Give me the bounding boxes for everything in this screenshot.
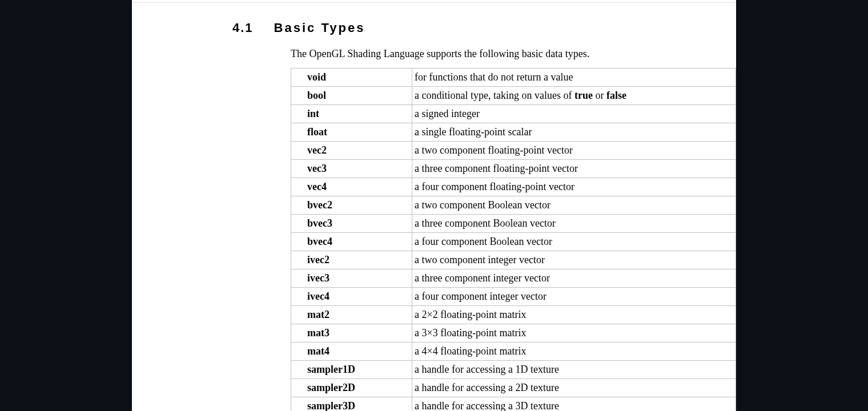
table-row: vec4a four component floating-point vect… xyxy=(291,178,736,196)
type-name: mat3 xyxy=(291,324,412,342)
type-description: a two component Boolean vector xyxy=(412,196,736,215)
type-name: ivec4 xyxy=(291,288,412,306)
type-name: vec3 xyxy=(291,160,412,178)
table-row: bvec4a four component Boolean vector xyxy=(291,233,736,251)
table-row: bvec3a three component Boolean vector xyxy=(291,215,736,233)
document-page: 4.1 Basic Types The OpenGL Shading Langu… xyxy=(132,0,736,411)
table-row: ivec2a two component integer vector xyxy=(291,251,736,269)
type-description: a three component integer vector xyxy=(412,269,736,288)
type-description: a four component floating-point vector xyxy=(412,178,736,196)
table-row: vec3a three component floating-point vec… xyxy=(291,160,736,178)
type-description: a four component Boolean vector xyxy=(412,233,736,251)
table-row: sampler3Da handle for accessing a 3D tex… xyxy=(291,397,736,412)
type-name: sampler3D xyxy=(291,397,412,412)
type-name: bvec4 xyxy=(291,233,412,251)
table-row: mat3a 3×3 floating-point matrix xyxy=(291,324,736,342)
table-row: mat2a 2×2 floating-point matrix xyxy=(291,306,736,324)
table-row: ivec3a three component integer vector xyxy=(291,269,736,288)
type-name: sampler1D xyxy=(291,361,412,379)
type-description: a two component floating-point vector xyxy=(412,142,736,160)
type-name: float xyxy=(291,123,412,142)
table-row: voidfor functions that do not return a v… xyxy=(291,68,736,87)
type-name: ivec3 xyxy=(291,269,412,288)
type-description: a handle for accessing a 3D texture xyxy=(412,397,736,412)
type-name: vec2 xyxy=(291,142,412,160)
type-description: a handle for accessing a 2D texture xyxy=(412,379,736,397)
type-name: mat2 xyxy=(291,306,412,324)
type-description: a three component floating-point vector xyxy=(412,160,736,178)
type-description: a signed integer xyxy=(412,105,736,123)
type-name: bvec2 xyxy=(291,196,412,215)
type-name: bvec3 xyxy=(291,215,412,233)
table-row: sampler2Da handle for accessing a 2D tex… xyxy=(291,379,736,397)
section-title: Basic Types xyxy=(274,21,365,35)
type-name: void xyxy=(291,68,412,87)
table-row: ivec4a four component integer vector xyxy=(291,288,736,306)
basic-types-table: voidfor functions that do not return a v… xyxy=(291,68,736,411)
type-description: a four component integer vector xyxy=(412,288,736,306)
table-row: inta signed integer xyxy=(291,105,736,123)
type-name: mat4 xyxy=(291,342,412,361)
type-description: a 3×3 floating-point matrix xyxy=(412,324,736,342)
type-name: bool xyxy=(291,87,412,105)
type-description: a three component Boolean vector xyxy=(412,215,736,233)
type-description: a 2×2 floating-point matrix xyxy=(412,306,736,324)
type-name: vec4 xyxy=(291,178,412,196)
type-name: sampler2D xyxy=(291,379,412,397)
type-name: ivec2 xyxy=(291,251,412,269)
table-row: mat4a 4×4 floating-point matrix xyxy=(291,342,736,361)
table-row: bvec2a two component Boolean vector xyxy=(291,196,736,215)
table-row: floata single floating-point scalar xyxy=(291,123,736,142)
type-description: a two component integer vector xyxy=(412,251,736,269)
section-number: 4.1 xyxy=(232,21,254,35)
table-row: sampler1Da handle for accessing a 1D tex… xyxy=(291,361,736,379)
page-top-rule xyxy=(132,2,736,3)
type-description: a conditional type, taking on values of … xyxy=(412,87,736,105)
section-heading: 4.1 Basic Types xyxy=(232,21,696,35)
intro-paragraph: The OpenGL Shading Language supports the… xyxy=(291,48,696,60)
table-row: boola conditional type, taking on values… xyxy=(291,87,736,105)
table-row: vec2a two component floating-point vecto… xyxy=(291,142,736,160)
type-description: a 4×4 floating-point matrix xyxy=(412,342,736,361)
type-name: int xyxy=(291,105,412,123)
type-description: a single floating-point scalar xyxy=(412,123,736,142)
type-description: a handle for accessing a 1D texture xyxy=(412,361,736,379)
type-description: for functions that do not return a value xyxy=(412,68,736,87)
